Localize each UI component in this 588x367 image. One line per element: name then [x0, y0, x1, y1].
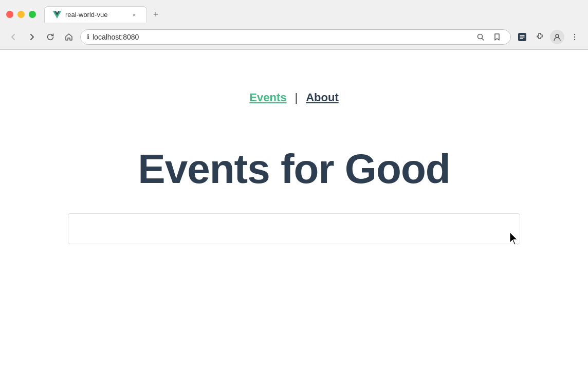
page-content: Events | About Events for Good: [0, 50, 588, 349]
address-actions: [473, 30, 504, 44]
card-placeholder: [68, 213, 520, 244]
nav-events-link[interactable]: Events: [249, 91, 286, 104]
svg-point-5: [574, 39, 575, 40]
minimize-window-button[interactable]: [17, 11, 25, 18]
tab-title: real-world-vue: [65, 11, 126, 19]
site-navigation: Events | About: [249, 91, 338, 104]
svg-point-3: [574, 33, 575, 34]
extension1-button[interactable]: [515, 30, 529, 44]
maximize-window-button[interactable]: [29, 11, 36, 18]
tab-favicon: [53, 11, 61, 19]
security-icon: ℹ: [87, 33, 89, 41]
svg-point-4: [574, 36, 575, 37]
reload-button[interactable]: [43, 30, 58, 44]
address-input-wrap[interactable]: ℹ: [80, 29, 511, 45]
forward-button[interactable]: [25, 30, 39, 44]
title-bar: real-world-vue × +: [0, 0, 588, 25]
nav-about-link[interactable]: About: [306, 91, 339, 104]
back-button[interactable]: [6, 30, 21, 44]
profile-button[interactable]: [550, 30, 564, 44]
home-button[interactable]: [62, 30, 76, 44]
nav-separator: |: [295, 91, 298, 104]
close-window-button[interactable]: [6, 11, 13, 18]
window-controls: [6, 11, 36, 18]
bookmark-button[interactable]: [490, 30, 504, 44]
address-bar: ℹ: [0, 25, 588, 49]
new-tab-button[interactable]: +: [149, 7, 163, 22]
browser-menu-button[interactable]: [567, 30, 582, 44]
tab-close-button[interactable]: ×: [130, 11, 138, 19]
zoom-button[interactable]: [473, 30, 488, 44]
svg-point-2: [556, 34, 559, 38]
browser-chrome: real-world-vue × + ℹ: [0, 0, 588, 50]
extensions-button[interactable]: [532, 30, 547, 44]
hero-title: Events for Good: [138, 145, 450, 193]
browser-tab[interactable]: real-world-vue ×: [44, 6, 147, 23]
browser-extensions: [515, 30, 582, 44]
address-input[interactable]: [93, 33, 470, 41]
